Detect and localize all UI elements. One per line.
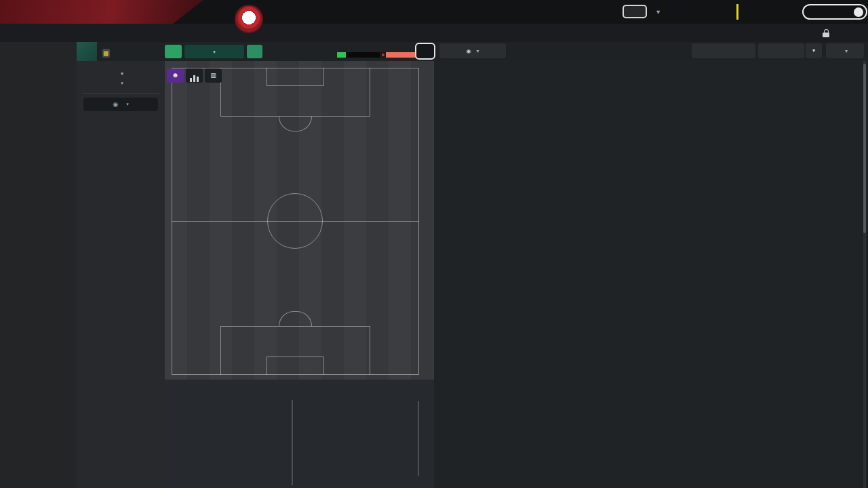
section-tab-bar [0, 24, 868, 42]
continue-arrow-icon [854, 7, 863, 17]
mentality-dropdown[interactable]: ◉ ▾ [83, 98, 158, 111]
negatives-scrollbar[interactable] [418, 401, 419, 476]
sidebar [0, 42, 77, 488]
squad-selection-table [434, 61, 868, 488]
formation-name-dropdown[interactable]: ▾ [77, 68, 165, 77]
table-scrollbar[interactable] [863, 61, 866, 488]
chevron-down-icon: ▾ [656, 7, 660, 16]
export-tactic-button[interactable] [415, 43, 435, 60]
mentality-icon: ◉ [113, 101, 118, 108]
tactic-name-dropdown[interactable]: ▾ [184, 45, 244, 58]
centre-circle [267, 193, 323, 249]
chevron-down-icon: ▾ [845, 48, 848, 54]
recent-matches-analysis [165, 380, 434, 488]
quick-pick-dropdown[interactable]: ▾ [806, 43, 822, 58]
info-dot-icon: ◉ [467, 48, 471, 54]
selection-info-dropdown[interactable]: ◉▾ [439, 43, 506, 58]
add-tactic-button[interactable] [247, 45, 262, 58]
club-crest [235, 5, 263, 33]
player-view-button[interactable]: ☻ [167, 68, 184, 83]
intensity-marker [380, 52, 386, 58]
tactic-board-icon: ▥ [102, 49, 110, 58]
lock-icon[interactable] [823, 29, 829, 37]
tactic-pitch: ☻ ▥ [165, 61, 434, 380]
chevron-down-icon: ▾ [213, 49, 216, 54]
chevron-down-icon: ▾ [476, 48, 479, 54]
date-accent-bar [736, 4, 738, 20]
scrollbar-thumb[interactable] [863, 64, 866, 233]
positives-scrollbar[interactable] [292, 400, 293, 485]
fm-logo-button[interactable] [623, 5, 647, 18]
six-yard-box-top [267, 68, 324, 86]
familiarity-meter [337, 52, 380, 58]
nav-ribbon [0, 0, 203, 24]
tactical-style-line2[interactable]: ▾ [77, 79, 165, 87]
quick-pick-button[interactable] [758, 43, 804, 58]
manager-team-selector[interactable]: ▾ [652, 7, 660, 16]
tactics-label: ▥ [102, 47, 113, 58]
divider [82, 93, 159, 94]
chevron-down-icon: ▾ [121, 81, 123, 85]
team-fluidity-value [170, 355, 173, 363]
team-fluidity [170, 354, 173, 363]
chevron-down-icon: ▾ [126, 102, 129, 107]
stats-view-button[interactable] [186, 68, 203, 83]
collapse-panel-button[interactable] [77, 42, 97, 61]
formation-panel: ▾ ▾ ◉ ▾ [77, 61, 165, 488]
title-bar: ▾ [0, 0, 868, 24]
continue-button[interactable] [802, 4, 867, 20]
filter-dropdown[interactable]: ▾ [826, 43, 864, 58]
familiarity-fill [337, 52, 346, 58]
analysis-button[interactable] [380, 70, 384, 78]
tactics-toolbar: ▥ ▾ ◉▾ ▾ ▾ [77, 42, 868, 61]
fm-tactics-screen: ▾ ▥ ▾ ◉▾ [0, 0, 868, 488]
tactic-view-button[interactable]: ▥ [205, 68, 222, 83]
six-yard-box-bottom [267, 357, 324, 375]
chevron-down-icon: ▾ [121, 71, 123, 76]
selection-advice-button[interactable] [692, 43, 755, 58]
tactic-slot-1[interactable] [165, 45, 182, 58]
